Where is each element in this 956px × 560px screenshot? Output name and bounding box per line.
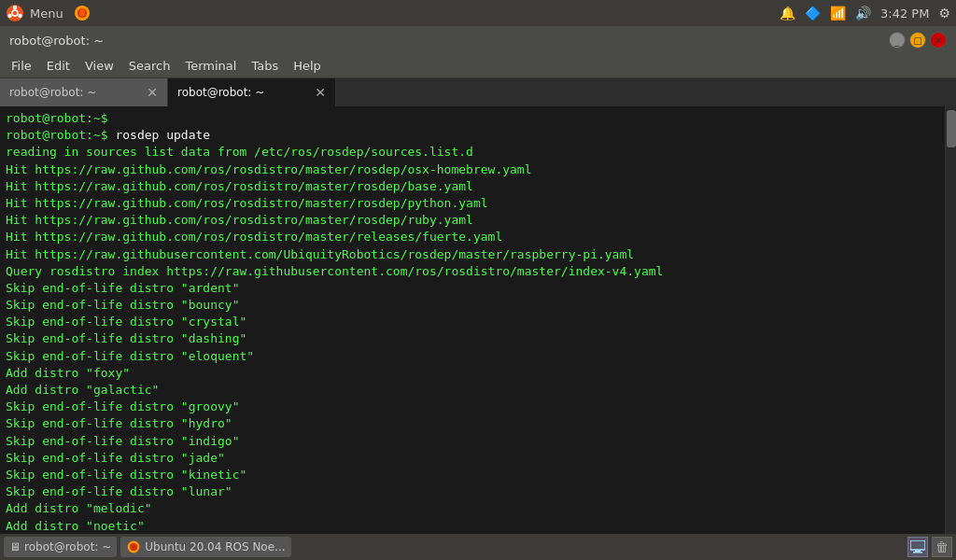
taskbar-terminal[interactable]: 🖥 robot@robot: ~ [4,537,117,557]
taskbar-terminal-label: robot@robot: ~ [24,540,111,553]
menu-label[interactable]: Menu [30,7,63,21]
minimize-button[interactable]: _ [889,32,906,49]
terminal-content[interactable]: robot@robot:~$ robot@robot:~$ rosdep upd… [0,106,945,534]
taskbar-right: 🗑 [907,537,952,557]
firefox-icon[interactable] [73,4,91,22]
svg-rect-11 [913,552,922,553]
volume-icon[interactable]: 🔊 [855,6,871,21]
tab-1[interactable]: robot@robot: ~ ✕ [0,78,168,106]
ubuntu-logo-icon[interactable] [6,4,24,22]
svg-point-2 [18,14,21,18]
menu-edit[interactable]: Edit [39,57,77,75]
tab-1-close[interactable]: ✕ [147,85,158,100]
display-icon[interactable] [907,537,928,557]
terminal-area: robot@robot:~$ robot@robot:~$ rosdep upd… [0,106,956,534]
scrollbar-thumb[interactable] [947,110,956,147]
svg-point-8 [130,543,137,551]
menu-file[interactable]: File [4,57,39,75]
scrollbar[interactable] [945,106,956,534]
menu-search[interactable]: Search [121,57,178,75]
tab-2-label: robot@robot: ~ [177,86,264,99]
system-bar-left: Menu [6,4,91,22]
menu-tabs[interactable]: Tabs [244,57,286,75]
bluetooth-icon[interactable]: 🔷 [805,6,821,21]
notifications-icon[interactable]: 🔔 [780,6,795,21]
system-bar: Menu 🔔 🔷 📶 🔊 3:42 PM ⚙ [0,0,956,26]
svg-rect-9 [910,540,925,550]
terminal-taskbar-icon: 🖥 [9,540,21,553]
tab-1-label: robot@robot: ~ [9,86,96,99]
menu-bar: File Edit View Search Terminal Tabs Help [0,54,956,78]
window-controls: _ □ ✕ [889,32,947,49]
menu-view[interactable]: View [77,57,121,75]
settings-icon[interactable]: ⚙ [938,6,950,21]
tab-2[interactable]: robot@robot: ~ ✕ [168,78,336,106]
taskbar-firefox-label: Ubuntu 20.04 ROS Noe... [145,540,285,553]
window-title: robot@robot: ~ [9,34,104,48]
taskbar-firefox[interactable]: Ubuntu 20.04 ROS Noe... [120,537,290,557]
maximize-button[interactable]: □ [909,32,926,49]
title-bar: robot@robot: ~ _ □ ✕ [0,26,956,54]
tab-bar: robot@robot: ~ ✕ robot@robot: ~ ✕ [0,78,956,106]
menu-terminal[interactable]: Terminal [177,57,244,75]
tab-2-close[interactable]: ✕ [315,85,326,100]
taskbar: 🖥 robot@robot: ~ Ubuntu 20.04 ROS Noe...… [0,534,956,560]
svg-point-1 [13,6,17,9]
trash-icon[interactable]: 🗑 [932,537,952,557]
system-bar-right: 🔔 🔷 📶 🔊 3:42 PM ⚙ [780,6,950,21]
wifi-icon[interactable]: 📶 [830,6,846,21]
svg-rect-10 [915,550,921,552]
system-time: 3:42 PM [880,7,929,21]
menu-help[interactable]: Help [286,57,329,75]
svg-point-3 [7,14,11,18]
taskbar-firefox-icon [126,539,141,554]
monitor-icon [910,540,925,553]
close-button[interactable]: ✕ [930,32,947,49]
